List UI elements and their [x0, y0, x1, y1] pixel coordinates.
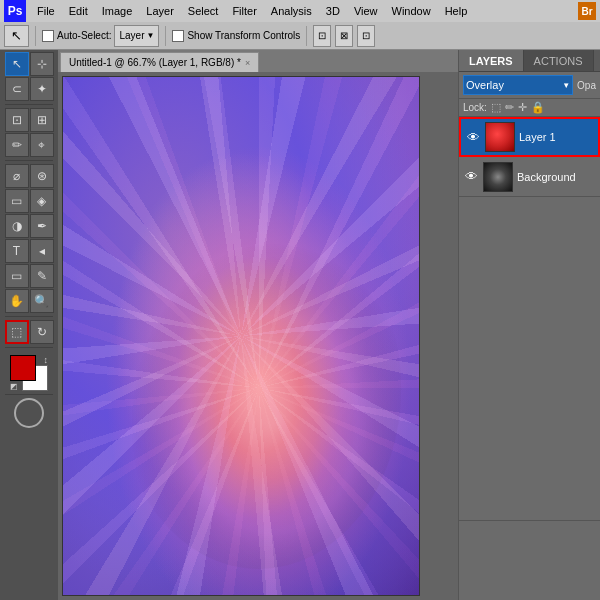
layers-tab[interactable]: LAYERS [459, 50, 524, 71]
swirl-svg [63, 77, 419, 595]
eyedropper-tool[interactable]: ✏ [5, 133, 29, 157]
layer-1-visibility[interactable]: 👁 [465, 129, 481, 145]
eraser-tool[interactable]: ▭ [5, 189, 29, 213]
quick-mask-tool[interactable] [14, 398, 44, 428]
magic-wand-tool[interactable]: ✦ [30, 77, 54, 101]
bg-layer-visibility[interactable]: 👁 [463, 169, 479, 185]
crop-tool[interactable]: ⊡ [5, 108, 29, 132]
canvas-image [62, 76, 420, 596]
path-select-tool[interactable]: ◂ [30, 239, 54, 263]
slice-tool[interactable]: ⊞ [30, 108, 54, 132]
layer-item-1[interactable]: 👁 Layer 1 [459, 117, 600, 157]
menu-edit[interactable]: Edit [62, 3, 95, 19]
measure-tool[interactable]: ⌖ [30, 133, 54, 157]
lock-position-btn[interactable]: ✛ [518, 101, 527, 114]
tab-bar: Untitled-1 @ 66.7% (Layer 1, RGB/8) * × [58, 50, 458, 72]
main-area: ↖ ⊹ ⊂ ✦ ⊡ ⊞ ✏ ⌖ ⌀ ⊛ ▭ ◈ ◑ ✒ T [0, 50, 600, 600]
menu-3d[interactable]: 3D [319, 3, 347, 19]
fill-tool[interactable]: ◈ [30, 189, 54, 213]
stamp-tool[interactable]: ⊛ [30, 164, 54, 188]
sep-t3 [5, 316, 53, 317]
canvas-wrapper[interactable] [58, 72, 458, 600]
auto-select-checkbox[interactable] [42, 30, 54, 42]
tool-row-4: ✏ ⌖ [0, 133, 58, 157]
tool-row-6: ▭ ◈ [0, 189, 58, 213]
align-right-btn[interactable]: ⊡ [357, 25, 375, 47]
actions-tab[interactable]: ACTIONS [524, 50, 594, 71]
bg-layer-thumb-content [484, 163, 512, 191]
select-tool[interactable]: ⊹ [30, 52, 54, 76]
lock-image-btn[interactable]: ✏ [505, 101, 514, 114]
lock-row: Lock: ⬚ ✏ ✛ 🔒 [459, 99, 600, 117]
transform-checkbox[interactable] [172, 30, 184, 42]
blend-mode-arrow: ▼ [562, 81, 570, 90]
br-logo: Br [578, 2, 596, 20]
canvas-tab[interactable]: Untitled-1 @ 66.7% (Layer 1, RGB/8) * × [60, 52, 259, 72]
zoom-tool[interactable]: 🔍 [30, 289, 54, 313]
align-left-btn[interactable]: ⊡ [313, 25, 331, 47]
align-center-btn[interactable]: ⊠ [335, 25, 353, 47]
lasso-tool[interactable]: ⊂ [5, 77, 29, 101]
menu-analysis[interactable]: Analysis [264, 3, 319, 19]
foreground-color[interactable] [10, 355, 36, 381]
menu-view[interactable]: View [347, 3, 385, 19]
tool-row-8: T ◂ [0, 239, 58, 263]
layer-item-bg[interactable]: 👁 Background [459, 157, 600, 197]
auto-select-dropdown[interactable]: Layer ▼ [114, 25, 159, 47]
ps-logo: Ps [4, 0, 26, 22]
menu-window[interactable]: Window [385, 3, 438, 19]
menu-select[interactable]: Select [181, 3, 226, 19]
menu-help[interactable]: Help [438, 3, 475, 19]
hand-tool[interactable]: ✋ [5, 289, 29, 313]
transform-label: Show Transform Controls [187, 30, 300, 41]
tool-row-3d: ⬚ ↻ [0, 320, 58, 344]
tool-row-3: ⊡ ⊞ [0, 108, 58, 132]
move-tool-options[interactable]: ↖ [4, 25, 29, 47]
brush-tool[interactable]: ⌀ [5, 164, 29, 188]
menu-image[interactable]: Image [95, 3, 140, 19]
layers-list: 👁 Layer 1 👁 Background [459, 117, 600, 520]
sep1 [35, 26, 36, 46]
sep-t4 [5, 347, 53, 348]
dodge-tool[interactable]: ◑ [5, 214, 29, 238]
panel-bottom [459, 520, 600, 600]
tool-row-2: ⊂ ✦ [0, 77, 58, 101]
default-colors[interactable]: ◩ [10, 382, 18, 391]
pen-tool[interactable]: ✒ [30, 214, 54, 238]
canvas-close-btn[interactable]: × [245, 58, 250, 68]
3d-tool[interactable]: ⬚ [5, 320, 29, 344]
3d-tool2[interactable]: ↻ [30, 320, 54, 344]
sep-t2 [5, 160, 53, 161]
layer-1-name: Layer 1 [519, 131, 556, 143]
panel-tabs: LAYERS ACTIONS [459, 50, 600, 72]
menu-layer[interactable]: Layer [139, 3, 181, 19]
sep-t5 [5, 394, 53, 395]
menu-filter[interactable]: Filter [225, 3, 263, 19]
opacity-label: Opa [577, 80, 596, 91]
blend-mode-dropdown[interactable]: Overlay ▼ [463, 75, 573, 95]
move-tool[interactable]: ↖ [5, 52, 29, 76]
layer-1-thumb-content [486, 123, 514, 151]
svg-point-0 [116, 206, 401, 569]
auto-select-value: Layer [119, 30, 144, 41]
type-tool[interactable]: T [5, 239, 29, 263]
tool-row-9: ▭ ✎ [0, 264, 58, 288]
tool-row-10: ✋ 🔍 [0, 289, 58, 313]
sep2 [165, 26, 166, 46]
lock-all-btn[interactable]: 🔒 [531, 101, 545, 114]
menu-file[interactable]: File [30, 3, 62, 19]
notes-tool[interactable]: ✎ [30, 264, 54, 288]
bg-layer-thumb [483, 162, 513, 192]
tool-row-5: ⌀ ⊛ [0, 164, 58, 188]
auto-select-group: Auto-Select: Layer ▼ [42, 25, 159, 47]
tool-row-1: ↖ ⊹ [0, 52, 58, 76]
lock-transparent-btn[interactable]: ⬚ [491, 101, 501, 114]
lock-label: Lock: [463, 102, 487, 113]
blend-mode-row: Overlay ▼ Opa [459, 72, 600, 99]
shape-tool[interactable]: ▭ [5, 264, 29, 288]
menu-bar: Ps File Edit Image Layer Select Filter A… [0, 0, 600, 22]
auto-select-arrow: ▼ [147, 31, 155, 40]
canvas-area: Untitled-1 @ 66.7% (Layer 1, RGB/8) * × [58, 50, 458, 600]
swap-colors[interactable]: ↕ [44, 355, 49, 365]
blend-mode-value: Overlay [466, 79, 504, 91]
